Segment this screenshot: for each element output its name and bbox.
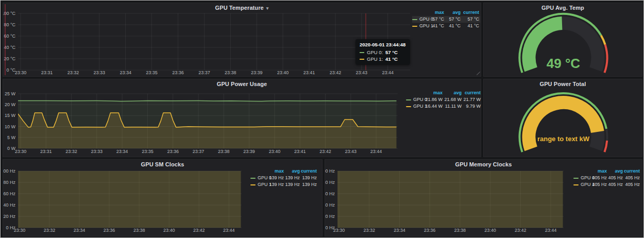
y-axis-label: 60 Hz: [325, 191, 335, 196]
x-axis-label: 23:42: [515, 228, 527, 233]
x-axis-label: 23:32: [363, 228, 375, 233]
x-axis-label: 23:42: [330, 70, 342, 75]
x-axis-label: 23:40: [484, 228, 496, 233]
legend-stat-value: 57 °C: [431, 16, 445, 23]
legend-series-gpu-1[interactable]: GPU 1: [573, 181, 592, 188]
legend-header-current[interactable]: current: [301, 168, 318, 175]
legend-series-gpu-0[interactable]: GPU 0: [250, 175, 269, 181]
legend-stat-value: 405 Hz: [592, 175, 608, 181]
legend-stat-value: 139 Hz: [285, 175, 301, 181]
x-axis-label: 23:36: [104, 228, 115, 233]
legend-stat-value: 405 Hz: [608, 181, 624, 188]
legend-header-current[interactable]: current: [463, 90, 482, 96]
x-axis-label: 23:44: [223, 228, 235, 233]
x-axis-label: 23:37: [193, 149, 205, 154]
series-color-swatch: [250, 178, 256, 179]
legend-stat-value: 139 Hz: [301, 181, 318, 188]
x-axis-label: 23:33: [94, 70, 106, 75]
legend-stat-value: 139 Hz: [269, 181, 285, 188]
legend-header-avg[interactable]: avg: [444, 90, 463, 96]
legend-stat-value: 57 °C: [462, 16, 480, 23]
x-axis-label: 23:40: [269, 149, 281, 154]
x-axis-label: 23:40: [163, 228, 175, 233]
panel-title-gpu-sm-clocks[interactable]: GPU SM Clocks: [3, 161, 322, 167]
panel-title-gpu-power-total[interactable]: GPU Power Total: [484, 81, 642, 87]
x-axis-label: 23:44: [545, 228, 557, 233]
legend-gpu-memory-clocks: maxavgcurrentGPU 0405 Hz405 Hz405 HzGPU …: [573, 168, 641, 188]
panel-title-text: GPU Avg. Temp: [541, 5, 584, 11]
x-axis-label: 23:39: [243, 149, 255, 154]
panel-title-gpu-avg-temp[interactable]: GPU Avg. Temp: [484, 5, 642, 11]
legend-stat-value: 405 Hz: [624, 175, 641, 181]
x-axis-label: 23:31: [41, 70, 53, 75]
y-axis-label: 40 Hz: [3, 202, 15, 208]
legend-series-gpu-1[interactable]: GPU 1: [250, 181, 269, 188]
series-color-swatch: [573, 184, 579, 185]
legend-stat-value: 57 °C: [445, 16, 462, 23]
legend-header-avg[interactable]: avg: [608, 168, 624, 175]
x-axis-label: 23:41: [303, 70, 315, 75]
y-axis-label: 20 Hz: [325, 214, 335, 219]
legend-header-max[interactable]: max: [269, 168, 285, 175]
legend-stat-value: 21.77 W: [463, 96, 482, 103]
x-axis-label: 23:34: [120, 70, 131, 75]
y-axis-label: 25 W: [5, 91, 16, 96]
panel-gpu-power-usage: GPU Power Usage 0 W5 W10 W15 W20 W25 W23…: [3, 79, 481, 157]
legend-series-gpu-1[interactable]: GPU 1: [406, 103, 425, 110]
series-color-swatch: [406, 106, 411, 107]
x-axis-label: 23:34: [74, 228, 86, 233]
tooltip-row: GPU 0:57 °C: [360, 49, 405, 56]
x-axis-label: 23:42: [319, 149, 331, 154]
legend-series-gpu-0[interactable]: GPU 0: [406, 96, 425, 103]
x-axis-label: 23:36: [167, 149, 179, 154]
legend-header-spacer: [573, 168, 592, 175]
legend-stat-value: 139 Hz: [285, 181, 301, 188]
legend-header-max[interactable]: max: [425, 90, 444, 96]
y-axis-label: 100 Hz: [3, 168, 15, 174]
legend-stat-value: 41 °C: [462, 23, 480, 29]
y-axis-label: 60 Hz: [3, 191, 15, 196]
legend-header-current[interactable]: current: [624, 168, 641, 175]
x-axis-label: 23:40: [277, 70, 289, 75]
x-axis-label: 23:30: [333, 228, 345, 233]
legend-stat-value: 139 Hz: [269, 175, 285, 181]
panel-title-text: GPU Power Total: [540, 81, 586, 87]
series-color-swatch: [250, 184, 256, 185]
gauge-threshold-segment: [604, 45, 607, 73]
legend-header-avg[interactable]: avg: [285, 168, 301, 175]
panel-title-text: GPU Memory Clocks: [455, 161, 512, 167]
panel-title-gpu-power-usage[interactable]: GPU Power Usage: [3, 81, 481, 87]
legend-header-spacer: [250, 168, 269, 175]
legend-header-max[interactable]: max: [592, 168, 608, 175]
x-axis-label: 23:44: [382, 70, 394, 75]
legend-gpu-temperature: maxavgcurrentGPU 057 °C57 °C57 °CGPU 141…: [412, 9, 480, 29]
gauge-value: range to text kW: [537, 135, 590, 143]
x-axis-label: 23:31: [40, 149, 52, 154]
series-color-swatch: [412, 26, 417, 27]
tooltip-timestamp: 2020-05-01 23:44:48: [360, 42, 405, 47]
panel-title-gpu-memory-clocks[interactable]: GPU Memory Clocks: [325, 161, 642, 167]
legend-series-gpu-0[interactable]: GPU 0: [573, 175, 592, 181]
x-axis-label: 23:38: [133, 228, 145, 233]
x-axis-label: 23:35: [142, 149, 154, 154]
panel-gpu-sm-clocks: GPU SM Clocks 0 Hz20 Hz40 Hz60 Hz80 Hz10…: [3, 159, 323, 236]
legend-stat-value: 41 °C: [445, 23, 462, 29]
legend-stat-value: 405 Hz: [592, 181, 608, 188]
y-axis-label: 80 Hz: [3, 180, 15, 185]
resize-handle[interactable]: [476, 71, 480, 76]
legend-series-gpu-1[interactable]: GPU 1: [412, 23, 431, 29]
series-color-swatch: [406, 99, 411, 100]
x-axis-label: 23:32: [65, 149, 77, 154]
x-axis-label: 23:35: [146, 70, 158, 75]
y-axis-label: 5 W: [7, 135, 16, 140]
legend-series-gpu-0[interactable]: GPU 0: [412, 16, 431, 23]
gauge-gpu-power-total: range to text kW: [484, 79, 643, 158]
panel-title-gpu-temperature[interactable]: GPU Temperature▾: [3, 5, 481, 11]
x-axis-label: 23:36: [424, 228, 436, 233]
legend-stat-value: 11.11 W: [444, 103, 463, 110]
gauge-gpu-avg-temp: 49 °C: [484, 3, 643, 77]
panel-title-text: GPU Temperature: [215, 5, 264, 11]
gauge-threshold-segment: [604, 141, 607, 152]
y-axis-label: 20 W: [5, 102, 16, 107]
y-axis-label: 10 W: [5, 124, 16, 129]
